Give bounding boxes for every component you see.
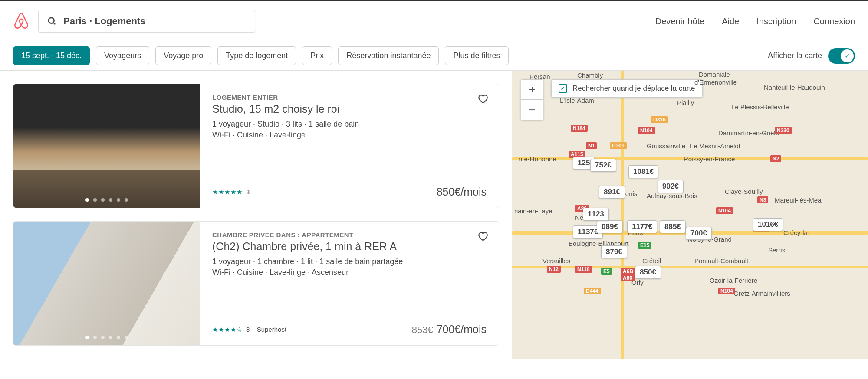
listing-photo[interactable] <box>13 222 200 345</box>
map-city-label: Claye-Souilly <box>725 188 763 195</box>
map-road-tag: N104 <box>716 207 733 214</box>
map-price-pin[interactable]: 902€ <box>658 180 684 193</box>
filter-dates[interactable]: 15 sept. - 15 déc. <box>13 46 90 65</box>
map-price-pin[interactable]: 1016€ <box>753 218 783 231</box>
listing-meta2: Wi-Fi · Cuisine · Lave-linge <box>212 131 487 140</box>
listing-rating: ★★★★★ 3 <box>212 188 250 196</box>
map-city-label: Chambly <box>577 72 603 79</box>
listing-card[interactable]: CHAMBRE PRIVÉE DANS : APPARTEMENT (Ch2) … <box>13 221 499 346</box>
stars-icon: ★★★★★ <box>212 188 243 196</box>
superhost-badge: · Superhost <box>253 326 286 333</box>
map-city-label: Nanteuil-le-Haudouin <box>764 84 825 91</box>
listing-meta1: 1 voyageur · Studio · 3 lits · 1 salle d… <box>212 120 487 129</box>
listing-card[interactable]: LOGEMENT ENTIER Studio, 15 m2 choisy le … <box>13 84 499 208</box>
filter-price[interactable]: Prix <box>302 46 332 65</box>
review-count: 8 <box>246 326 250 333</box>
photo-dots <box>85 336 128 339</box>
map-road-tag: N104 <box>638 127 655 134</box>
wishlist-heart-icon[interactable] <box>477 230 488 243</box>
map-city-label: Persan <box>529 73 550 80</box>
show-map-toggle: Afficher la carte ✓ <box>768 48 855 64</box>
listing-rating: ★★★★☆ 8 · Superhost <box>212 326 286 333</box>
map-city-label: Gretz-Armainvilliers <box>733 290 790 297</box>
map-city-label: Le Mesnil-Amelot <box>690 142 740 150</box>
map-road-tag: D301 <box>610 142 627 149</box>
map-city-label: Domaniale <box>699 71 730 78</box>
listing-type: CHAMBRE PRIVÉE DANS : APPARTEMENT <box>212 231 487 239</box>
map-price-pin[interactable]: 1123 <box>583 208 609 221</box>
listing-price: 850€/mois <box>437 186 487 198</box>
filter-guests[interactable]: Voyageurs <box>96 46 149 65</box>
filter-trip-pro[interactable]: Voyage pro <box>155 46 211 65</box>
map-city-label: d'Ermenonville <box>694 78 737 86</box>
map-road-tag: N12 <box>547 266 561 273</box>
top-nav: Devenir hôte Aide Inscription Connexion <box>655 16 855 26</box>
map-city-label: Mareuil-lès-Mea <box>775 196 822 204</box>
map-price-pin[interactable]: 1081€ <box>628 165 658 178</box>
search-bar[interactable]: Paris · Logements <box>38 10 255 33</box>
map-search-label: Rechercher quand je déplace la carte <box>572 84 695 93</box>
map-road-tag: E15 <box>638 242 651 249</box>
map-road-tag: N3 <box>757 196 768 203</box>
content: LOGEMENT ENTIER Studio, 15 m2 choisy le … <box>0 71 868 359</box>
filter-instant[interactable]: Réservation instantanée <box>338 46 439 65</box>
map-city-label: Pontault-Combault <box>694 257 748 265</box>
zoom-in-button[interactable]: + <box>521 80 543 100</box>
filter-more[interactable]: Plus de filtres <box>445 46 508 65</box>
svg-point-0 <box>49 18 54 23</box>
map-road-tag: A6B <box>621 268 635 275</box>
map-city-label: Plailly <box>677 99 694 106</box>
map-road-tag: N2 <box>770 155 781 162</box>
nav-login[interactable]: Connexion <box>813 16 855 26</box>
map-city-label: Créteil <box>642 257 661 265</box>
map-toggle-switch[interactable]: ✓ <box>828 48 855 64</box>
search-text: Paris · Logements <box>63 16 146 27</box>
map-city-label: L'Isle-Adam <box>560 97 594 104</box>
map-road-tag: N118 <box>575 266 592 273</box>
map-road-tag: D444 <box>584 288 601 294</box>
map-city-label: Ozoir-la-Ferrière <box>710 277 757 284</box>
map-city-label: Goussainville <box>647 142 685 150</box>
filter-home-type[interactable]: Type de logement <box>217 46 296 65</box>
map-road-tag: N104 <box>718 288 735 294</box>
listing-type: LOGEMENT ENTIER <box>212 94 487 101</box>
listing-title: Studio, 15 m2 choisy le roi <box>212 103 487 115</box>
listing-photo[interactable] <box>13 84 200 208</box>
map-road-tag: N1 <box>586 142 597 149</box>
header: Paris · Logements Devenir hôte Aide Insc… <box>0 0 868 41</box>
map-road-tag: D316 <box>651 116 668 123</box>
map-city-label: Dammartin-en-Goële <box>718 129 779 137</box>
map-road-tag: N330 <box>775 127 792 134</box>
search-icon <box>47 16 57 26</box>
map-price-pin[interactable]: 1177€ <box>627 220 657 233</box>
map-city-label: Le Plessis-Belleville <box>731 103 789 111</box>
checkbox-icon[interactable]: ✓ <box>559 84 567 93</box>
map-price-pin[interactable]: 700€ <box>686 227 712 240</box>
map-zoom-control: + − <box>521 79 543 120</box>
map-price-pin[interactable]: 850€ <box>635 266 661 279</box>
map-price-pin[interactable]: 891€ <box>599 186 625 199</box>
map-search-on-move[interactable]: ✓ Rechercher quand je déplace la carte <box>551 79 703 98</box>
zoom-out-button[interactable]: − <box>521 100 543 120</box>
listing-meta2: Wi-Fi · Cuisine · Lave-linge · Ascenseur <box>212 268 487 277</box>
map-price-pin[interactable]: 089€ <box>597 220 623 233</box>
nav-help[interactable]: Aide <box>722 16 739 26</box>
map-city-label: nain-en-Laye <box>514 207 552 215</box>
map-city-label: nte-Honorine <box>519 155 556 163</box>
nav-signup[interactable]: Inscription <box>756 16 796 26</box>
svg-line-1 <box>53 23 56 25</box>
listing-price: 700€/mois <box>437 323 487 335</box>
wishlist-heart-icon[interactable] <box>477 93 488 106</box>
airbnb-logo[interactable] <box>13 12 30 31</box>
map-city-label: Aulnay-sous-Bois <box>647 192 697 199</box>
nav-host[interactable]: Devenir hôte <box>655 16 704 26</box>
map-panel[interactable]: + − ✓ Rechercher quand je déplace la car… <box>512 71 868 359</box>
check-icon: ✓ <box>841 49 854 62</box>
photo-dots <box>85 198 128 202</box>
map-price-pin[interactable]: 752€ <box>590 159 616 172</box>
listings-panel: LOGEMENT ENTIER Studio, 15 m2 choisy le … <box>0 71 512 359</box>
map-price-pin[interactable]: 885€ <box>660 220 686 233</box>
stars-icon: ★★★★☆ <box>212 326 243 333</box>
map-price-pin[interactable]: 879€ <box>601 245 627 258</box>
listing-body: LOGEMENT ENTIER Studio, 15 m2 choisy le … <box>200 84 499 208</box>
